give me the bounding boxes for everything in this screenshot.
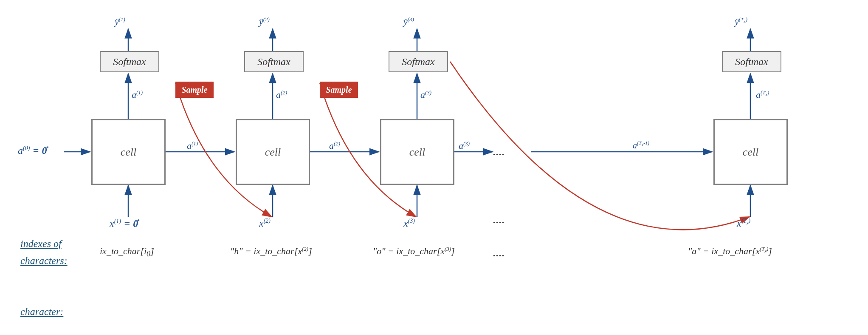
characters-label: characters: — [20, 255, 68, 267]
softmax-3: Softmax — [389, 51, 448, 72]
dots-2: .... — [493, 213, 504, 226]
formula-dots: .... — [493, 246, 504, 259]
cell-3: cell — [380, 119, 454, 185]
indexes-of-label: indexes of — [20, 238, 62, 250]
yhatTx-label: ŷ(Tx) — [735, 16, 747, 27]
softmax-4-label: Softmax — [735, 56, 768, 68]
cell-1-label: cell — [121, 146, 137, 159]
formula-4: "a" = ix_to_char[x(Tx)] — [688, 246, 772, 257]
cell-3-label: cell — [409, 146, 426, 159]
yhat3-label: ŷ(3) — [403, 16, 414, 27]
sample-1: Sample — [175, 82, 214, 98]
a1-right-label: a(1) — [187, 140, 198, 151]
cell-2-label: cell — [265, 146, 281, 159]
a2-right-label: a(2) — [329, 140, 340, 151]
softmax-1: Softmax — [100, 51, 159, 72]
yhat1-label: ŷ(1) — [115, 16, 125, 27]
a3-up-label: a(3) — [420, 89, 431, 100]
dots-1: .... — [493, 145, 504, 158]
a0-label: a(0) = 0⃗ — [18, 145, 47, 156]
yhat2-label: ŷ(2) — [259, 16, 270, 27]
diagram-container: cell cell cell cell Softmax Softmax Soft… — [0, 0, 868, 335]
x1-label: x(1) = 0⃗ — [110, 218, 138, 230]
softmax-3-label: Softmax — [402, 56, 434, 68]
a3-right-label: a(3) — [459, 140, 470, 151]
cell-4: cell — [713, 119, 788, 185]
a1-up-label: a(1) — [132, 89, 143, 100]
a2-up-label: a(2) — [276, 89, 287, 100]
sample-1-label: Sample — [181, 85, 207, 95]
cell-1: cell — [91, 119, 166, 185]
sample-2: Sample — [320, 82, 358, 98]
formula-2: "h" = ix_to_char[x(2)] — [230, 246, 312, 257]
character-label: character: — [20, 306, 63, 318]
sample-2-label: Sample — [326, 85, 352, 95]
formula-3: "o" = ix_to_char[x(3)] — [373, 246, 455, 257]
xTx-label: x(Tx) — [737, 218, 750, 229]
softmax-2: Softmax — [244, 51, 304, 72]
softmax-4: Softmax — [722, 51, 781, 72]
softmax-1-label: Softmax — [113, 56, 146, 68]
softmax-2-label: Softmax — [257, 56, 290, 68]
aTx-minus1-label: a(Tx-1) — [633, 140, 649, 150]
x2-label: x(2) — [259, 218, 271, 229]
x3-label: x(3) — [403, 218, 415, 229]
cell-2: cell — [236, 119, 310, 185]
formula-1: ix_to_char[i0] — [100, 246, 154, 258]
aTx-up-label: a(Tx) — [756, 89, 769, 100]
cell-4-label: cell — [743, 146, 759, 159]
